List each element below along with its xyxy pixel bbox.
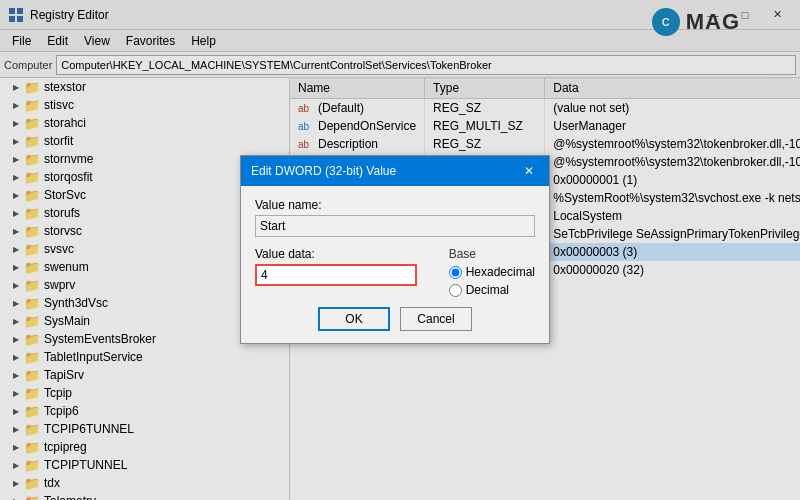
menu-view[interactable]: View xyxy=(76,32,118,50)
folder-icon: 📁 xyxy=(24,386,40,401)
tree-item[interactable]: ▶📁TCPIP6TUNNEL xyxy=(0,420,289,438)
reg-data-cell: LocalSystem xyxy=(545,207,800,225)
tree-item[interactable]: ▶📁tdx xyxy=(0,474,289,492)
folder-icon: 📁 xyxy=(24,170,40,185)
tree-item[interactable]: ▶📁tcpipreg xyxy=(0,438,289,456)
folder-icon: 📁 xyxy=(24,80,40,95)
folder-icon: 📁 xyxy=(24,296,40,311)
tree-label: storqosfit xyxy=(44,170,93,184)
col-name[interactable]: Name xyxy=(290,78,425,99)
tree-arrow-icon: ▶ xyxy=(8,439,24,455)
hexadecimal-radio[interactable] xyxy=(449,266,462,279)
table-row[interactable]: abDescriptionREG_SZ@%systemroot%\system3… xyxy=(290,135,800,153)
col-data[interactable]: Data xyxy=(545,78,800,99)
dialog-row: Value data: Base Hexadecimal Decimal xyxy=(255,247,535,297)
tree-arrow-icon: ▶ xyxy=(8,385,24,401)
dialog-close-button[interactable]: ✕ xyxy=(519,162,539,180)
tree-item[interactable]: ▶📁TabletInputService xyxy=(0,348,289,366)
reg-type-cell: REG_MULTI_SZ xyxy=(425,117,545,135)
reg-type-cell: REG_SZ xyxy=(425,135,545,153)
tree-item[interactable]: ▶📁Telemetry xyxy=(0,492,289,500)
folder-icon: 📁 xyxy=(24,224,40,239)
ok-button[interactable]: OK xyxy=(318,307,390,331)
logo-area: C MAG xyxy=(652,8,740,36)
tree-arrow-icon: ▶ xyxy=(8,151,24,167)
svg-rect-0 xyxy=(9,8,15,14)
folder-icon: 📁 xyxy=(24,440,40,455)
folder-icon: 📁 xyxy=(24,404,40,419)
reg-data-cell: @%systemroot%\system32\tokenbroker.dll,-… xyxy=(545,153,800,171)
tree-label: tdx xyxy=(44,476,60,490)
tree-label: tcpipreg xyxy=(44,440,87,454)
reg-data-cell: 0x00000020 (32) xyxy=(545,261,800,279)
dialog-titlebar: Edit DWORD (32-bit) Value ✕ xyxy=(241,156,549,186)
tree-arrow-icon: ▶ xyxy=(8,259,24,275)
hexadecimal-option[interactable]: Hexadecimal xyxy=(449,265,535,279)
tree-item[interactable]: ▶📁Tcpip6 xyxy=(0,402,289,420)
tree-arrow-icon: ▶ xyxy=(8,313,24,329)
tree-item[interactable]: ▶📁storfit xyxy=(0,132,289,150)
tree-label: TapiSrv xyxy=(44,368,84,382)
value-data-col: Value data: xyxy=(255,247,435,286)
window-title: Registry Editor xyxy=(30,8,698,22)
tree-label: TabletInputService xyxy=(44,350,143,364)
value-data-label: Value data: xyxy=(255,247,435,261)
value-name-label: Value name: xyxy=(255,198,535,212)
address-path[interactable]: Computer\HKEY_LOCAL_MACHINE\SYSTEM\Curre… xyxy=(56,55,796,75)
menu-edit[interactable]: Edit xyxy=(39,32,76,50)
tree-item[interactable]: ▶📁stexstor xyxy=(0,78,289,96)
tree-label: stornvme xyxy=(44,152,93,166)
value-data-input[interactable] xyxy=(255,264,417,286)
tree-label: Tcpip xyxy=(44,386,72,400)
dialog-body: Value name: Value data: Base Hexadecimal xyxy=(241,186,549,343)
folder-icon: 📁 xyxy=(24,314,40,329)
col-type[interactable]: Type xyxy=(425,78,545,99)
reg-name-cell: ab(Default) xyxy=(290,99,425,118)
folder-icon: 📁 xyxy=(24,98,40,113)
tree-item[interactable]: ▶📁Tcpip xyxy=(0,384,289,402)
table-row[interactable]: ab(Default)REG_SZ(value not set) xyxy=(290,99,800,118)
cancel-button[interactable]: Cancel xyxy=(400,307,472,331)
tree-item[interactable]: ▶📁storahci xyxy=(0,114,289,132)
base-label: Base xyxy=(449,247,535,261)
folder-icon: 📁 xyxy=(24,188,40,203)
tree-arrow-icon: ▶ xyxy=(8,223,24,239)
folder-icon: 📁 xyxy=(24,332,40,347)
menu-help[interactable]: Help xyxy=(183,32,224,50)
tree-label: swprv xyxy=(44,278,75,292)
edit-dword-dialog[interactable]: Edit DWORD (32-bit) Value ✕ Value name: … xyxy=(240,155,550,344)
tree-label: storufs xyxy=(44,206,80,220)
menu-file[interactable]: File xyxy=(4,32,39,50)
reg-name-cell: abDependOnService xyxy=(290,117,425,135)
reg-type-cell: REG_SZ xyxy=(425,99,545,118)
dialog-title: Edit DWORD (32-bit) Value xyxy=(251,164,396,178)
folder-icon: 📁 xyxy=(24,350,40,365)
folder-icon: 📁 xyxy=(24,206,40,221)
tree-arrow-icon: ▶ xyxy=(8,133,24,149)
tree-item[interactable]: ▶📁TapiSrv xyxy=(0,366,289,384)
reg-data-cell: 0x00000001 (1) xyxy=(545,171,800,189)
decimal-option[interactable]: Decimal xyxy=(449,283,535,297)
dialog-buttons: OK Cancel xyxy=(255,307,535,331)
reg-icon: ab xyxy=(298,121,314,133)
tree-item[interactable]: ▶📁TCPIPTUNNEL xyxy=(0,456,289,474)
tree-label: StorSvc xyxy=(44,188,86,202)
folder-icon: 📁 xyxy=(24,278,40,293)
tree-arrow-icon: ▶ xyxy=(8,421,24,437)
tree-label: storvsc xyxy=(44,224,82,238)
tree-arrow-icon: ▶ xyxy=(8,295,24,311)
decimal-radio[interactable] xyxy=(449,284,462,297)
logo-circle: C xyxy=(652,8,680,36)
tree-label: storahci xyxy=(44,116,86,130)
tree-item[interactable]: ▶📁stisvc xyxy=(0,96,289,114)
reg-data-cell: @%systemroot%\system32\tokenbroker.dll,-… xyxy=(545,135,800,153)
logo-text: MAG xyxy=(686,9,740,35)
tree-label: svsvc xyxy=(44,242,74,256)
tree-label: swenum xyxy=(44,260,89,274)
table-row[interactable]: abDependOnServiceREG_MULTI_SZUserManager xyxy=(290,117,800,135)
folder-icon: 📁 xyxy=(24,494,40,501)
close-button[interactable]: ✕ xyxy=(762,5,792,25)
tree-label: storfit xyxy=(44,134,73,148)
tree-label: stexstor xyxy=(44,80,86,94)
menu-favorites[interactable]: Favorites xyxy=(118,32,183,50)
